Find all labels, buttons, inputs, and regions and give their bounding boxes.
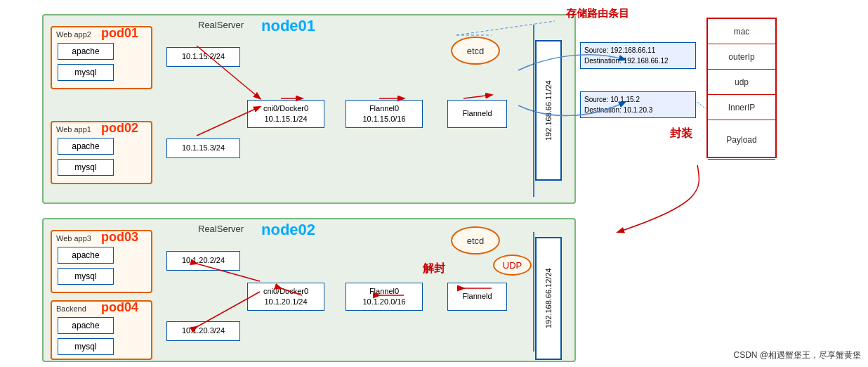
iface-node01: 192.168.66.11/24: [535, 40, 562, 181]
pod01-label: pod01: [101, 26, 138, 41]
flannel0-node02-label: Flannel010.1.20.0/16: [362, 286, 405, 308]
pod03-label: pod03: [101, 230, 138, 245]
packet-box: mac outerIp udp InnerIP Payload: [706, 18, 777, 158]
pod04-label: pod04: [101, 300, 138, 315]
flannel0-node02: Flannel010.1.20.0/16: [346, 283, 423, 311]
iface-node02-label: 192.168.66.12/24: [544, 269, 553, 329]
pod01-ip-box: 10.1.15.2/24: [166, 47, 240, 67]
pod01-apache: apache: [58, 43, 114, 60]
csdn-footer: CSDN @相遇蟹堡王，尽享蟹黄堡: [733, 349, 861, 361]
encap-label: 封装: [670, 127, 692, 141]
cni0-node02: cni0/Docker010.1.20.1/24: [247, 283, 324, 311]
pod02-label: pod02: [101, 121, 138, 136]
node02-box: RealServer node02 Web app3 pod03 apache …: [42, 218, 576, 362]
pod04-mysql: mysql: [58, 338, 114, 355]
pod04-webapp-label: Backend: [56, 304, 86, 313]
pod03-ip-box: 10.1.20.2/24: [166, 251, 240, 271]
pod04-outer: Backend pod04 apache mysql: [51, 300, 152, 360]
packet-mac: mac: [708, 19, 775, 44]
main-container: RealServer node01 Web app2 pod01 apache …: [0, 0, 868, 367]
source-dest-box2: Source: 10.1.15.2Destination: 10.1.20.3: [580, 91, 696, 118]
pod03-apache: apache: [58, 247, 114, 264]
packet-innerip: InnerIP: [708, 95, 775, 120]
pod02-mysql: mysql: [58, 159, 114, 176]
pod01-webapp-label: Web app2: [56, 30, 91, 39]
node02-realserver-label: RealServer: [198, 224, 244, 234]
pod01-outer: Web app2 pod01 apache mysql: [51, 26, 152, 89]
udp-label: UDP: [493, 255, 532, 276]
flanneld-node01-label: Flanneld: [462, 108, 492, 119]
cni0-node01: cni0/Docker010.1.15.1/24: [247, 100, 324, 128]
packet-payload: Payload: [708, 120, 775, 160]
pod02-webapp-label: Web app1: [56, 125, 91, 134]
packet-udp: udp: [708, 70, 775, 95]
node01-name-label: node01: [261, 17, 315, 35]
pod03-webapp-label: Web app3: [56, 234, 91, 243]
cni0-node01-label: cni0/Docker010.1.15.1/24: [263, 103, 308, 125]
source-dest-box1: Source: 192.168.66.11Destination: 192.16…: [580, 42, 696, 69]
flannel0-node01: Flannel010.1.15.0/16: [346, 100, 423, 128]
svg-line-14: [697, 102, 706, 109]
node01-box: RealServer node01 Web app2 pod01 apache …: [42, 14, 576, 204]
node02-name-label: node02: [261, 221, 315, 239]
source-dest-1-text: Source: 192.168.66.11Destination: 192.16…: [584, 46, 669, 65]
node01-realserver-label: RealServer: [198, 20, 244, 30]
etcd-node01: etcd: [451, 37, 500, 65]
pod02-apache: apache: [58, 138, 114, 155]
flanneld-node02: Flanneld: [447, 283, 507, 311]
pod02-outer: Web app1 pod02 apache mysql: [51, 121, 152, 184]
pod03-outer: Web app3 pod03 apache mysql: [51, 230, 152, 293]
iface-node02: 192.168.66.12/24: [535, 237, 562, 360]
pod04-ip-box: 10.1.20.3/24: [166, 321, 240, 341]
packet-outerip: outerIp: [708, 44, 775, 70]
flanneld-node02-label: Flanneld: [462, 291, 492, 302]
iface-node01-label: 192.168.66.11/24: [544, 80, 553, 141]
store-route-label: 存储路由条目: [566, 7, 629, 20]
flannel0-node01-label: Flannel010.1.15.0/16: [362, 103, 405, 125]
decap-label: 解封: [423, 262, 445, 276]
pod02-ip-box: 10.1.15.3/24: [166, 139, 240, 158]
pod04-apache: apache: [58, 317, 114, 334]
flanneld-node01: Flanneld: [447, 100, 507, 128]
pod01-mysql: mysql: [58, 64, 114, 81]
etcd-node02: etcd: [451, 226, 500, 255]
cni0-node02-label: cni0/Docker010.1.20.1/24: [263, 286, 308, 308]
source-dest-2-text: Source: 10.1.15.2Destination: 10.1.20.3: [584, 96, 652, 114]
pod03-mysql: mysql: [58, 268, 114, 285]
